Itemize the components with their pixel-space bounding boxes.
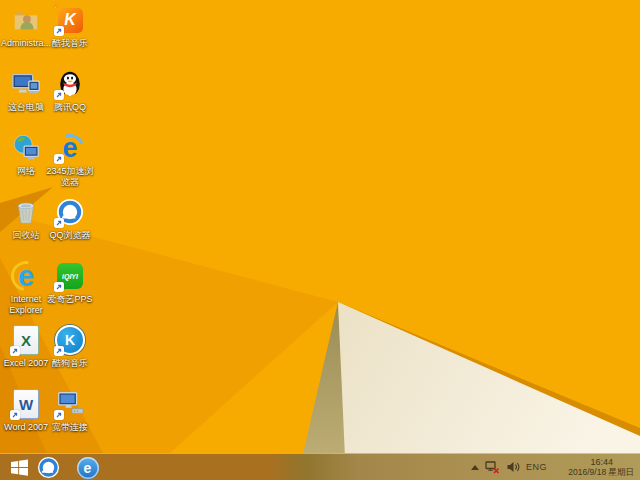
icon-label: 酷我音乐: [42, 38, 98, 49]
taskbar: e ENG 16:44 2016/9/18 星期日: [0, 453, 640, 480]
kugou-icon: K: [54, 324, 86, 356]
ie-icon: e: [10, 260, 42, 292]
desktop-icon-tencent-qq[interactable]: 腾讯QQ: [42, 68, 98, 113]
desktop-icon-kuwo-music[interactable]: ♪ K 酷我音乐: [42, 4, 98, 49]
qq-penguin-icon: [54, 68, 86, 100]
browser-e-icon: e: [54, 132, 86, 164]
desktop: Administra... ♪ K 酷我音乐 这台电脑: [0, 0, 640, 480]
taskbar-clock[interactable]: 16:44 2016/9/18 星期日: [553, 457, 635, 477]
clock-time: 16:44: [553, 457, 635, 467]
music-note-icon: ♪: [52, 0, 60, 10]
excel-icon: X: [10, 324, 42, 356]
qq-browser-icon: [37, 456, 60, 479]
language-indicator[interactable]: ENG: [526, 462, 547, 472]
browser-e-icon: e: [77, 457, 99, 479]
qq-browser-icon: [54, 196, 86, 228]
icon-label: 宽带连接: [42, 422, 98, 433]
taskbar-browser-e-button[interactable]: e: [76, 456, 99, 479]
shortcut-arrow-icon: [54, 282, 64, 292]
word-icon: W: [10, 388, 42, 420]
broadband-icon: [54, 388, 86, 420]
iqiyi-icon: iQIYI: [54, 260, 86, 292]
shortcut-arrow-icon: [10, 410, 20, 420]
clock-date: 2016/9/18 星期日: [553, 467, 635, 477]
icon-label: QQ浏览器: [42, 230, 98, 241]
kuwo-music-icon: ♪ K: [54, 4, 86, 36]
shortcut-arrow-icon: [54, 218, 64, 228]
show-hidden-icons-button[interactable]: [471, 465, 479, 470]
network-globe-icon: [10, 132, 42, 164]
icon-label: 爱奇艺PPS: [42, 294, 98, 305]
desktop-icon-kugou-music[interactable]: K 酷狗音乐: [42, 324, 98, 369]
network-disconnected-icon[interactable]: [485, 461, 500, 474]
desktop-icon-iqiyi-pps[interactable]: iQIYI 爱奇艺PPS: [42, 260, 98, 305]
start-button[interactable]: [7, 458, 31, 477]
shortcut-arrow-icon: [54, 90, 64, 100]
windows-logo-icon: [11, 459, 28, 476]
desktop-icon-qq-browser[interactable]: QQ浏览器: [42, 196, 98, 241]
shortcut-arrow-icon: [54, 346, 64, 356]
taskbar-qq-browser-button[interactable]: [37, 456, 60, 479]
icon-label: 2345加速浏 览器: [42, 166, 98, 188]
shortcut-arrow-icon: [54, 26, 64, 36]
shortcut-arrow-icon: [54, 410, 64, 420]
icon-label: 腾讯QQ: [42, 102, 98, 113]
shortcut-arrow-icon: [10, 346, 20, 356]
recycle-bin-icon: [10, 196, 42, 228]
user-folder-icon: [10, 4, 42, 36]
computer-icon: [10, 68, 42, 100]
shortcut-arrow-icon: [54, 154, 64, 164]
volume-icon[interactable]: [506, 461, 520, 473]
desktop-icon-broadband[interactable]: 宽带连接: [42, 388, 98, 433]
icon-label: 酷狗音乐: [42, 358, 98, 369]
system-tray: ENG 16:44 2016/9/18 星期日: [471, 454, 640, 480]
desktop-icon-2345-browser[interactable]: e 2345加速浏 览器: [42, 132, 98, 188]
